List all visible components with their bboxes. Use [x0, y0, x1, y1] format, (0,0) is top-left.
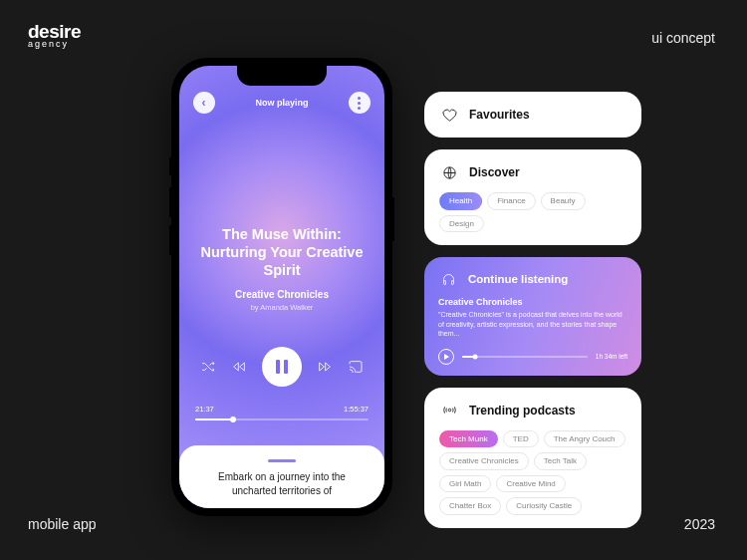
chip[interactable]: The Angry Couch	[544, 430, 625, 448]
continue-remaining: 1h 34m left	[596, 353, 627, 360]
continue-show: Creative Chronicles	[438, 297, 627, 307]
rewind-button[interactable]	[231, 359, 247, 375]
more-button[interactable]	[349, 92, 371, 114]
label-mobile-app: mobile app	[28, 516, 97, 532]
time-total: 1:55:37	[344, 405, 369, 414]
continue-listening-card[interactable]: Continue listening Creative Chronicles "…	[424, 257, 641, 375]
discover-chips: Health Finance Beauty Design	[439, 192, 626, 232]
label-ui-concept: ui concept	[651, 30, 715, 46]
sheet-text: Embark on a journey into the uncharted t…	[197, 470, 367, 498]
chip[interactable]: Curiosity Castle	[506, 497, 582, 515]
phone-screen: ‹ Now playing The Muse Within: Nurturing…	[179, 66, 384, 508]
globe-icon	[439, 162, 459, 182]
headphones-icon	[438, 269, 458, 289]
continue-progress[interactable]	[462, 356, 588, 358]
favourites-card[interactable]: Favourites	[424, 92, 641, 138]
cast-icon	[348, 359, 364, 375]
time-elapsed: 21:37	[195, 405, 214, 414]
rewind-icon	[231, 359, 247, 375]
progress-bar[interactable]: 21:37 1:55:37	[195, 405, 369, 420]
pause-icon	[276, 360, 288, 374]
chevron-left-icon: ‹	[202, 96, 206, 110]
continue-title: Continue listening	[468, 273, 568, 285]
play-icon	[444, 354, 449, 360]
chip[interactable]: Creative Chronicles	[439, 452, 529, 470]
continue-progress-knob[interactable]	[472, 354, 477, 359]
play-button[interactable]	[438, 349, 454, 365]
chip[interactable]: Tech Munk	[439, 430, 498, 448]
track-title: The Muse Within: Nurturing Your Creative…	[197, 225, 367, 279]
chip[interactable]: Tech Talk	[534, 452, 587, 470]
discover-title: Discover	[469, 165, 520, 179]
more-vertical-icon	[358, 97, 361, 110]
side-button	[169, 187, 171, 217]
side-button	[392, 197, 394, 241]
progress-knob[interactable]	[230, 417, 236, 422]
label-year: 2023	[684, 516, 715, 532]
heart-icon	[439, 105, 459, 125]
grab-handle[interactable]	[268, 459, 296, 462]
chip[interactable]: Girl Math	[439, 475, 491, 493]
forward-icon	[317, 359, 333, 375]
trending-card[interactable]: Trending podcasts Tech Munk TED The Angr…	[424, 388, 641, 528]
phone-frame: ‹ Now playing The Muse Within: Nurturing…	[171, 58, 392, 516]
side-button	[169, 225, 171, 255]
continue-description: "Creative Chronicles" is a podcast that …	[438, 310, 627, 338]
continue-player: 1h 34m left	[438, 349, 627, 365]
pause-button[interactable]	[262, 347, 302, 387]
description-sheet[interactable]: Embark on a journey into the uncharted t…	[179, 445, 384, 508]
byline: by Amanda Walker	[197, 303, 367, 312]
chip[interactable]: Creative Mind	[496, 475, 565, 493]
now-playing-label: Now playing	[255, 98, 308, 108]
brand-title: desire	[28, 24, 81, 39]
trending-title: Trending podcasts	[469, 404, 576, 418]
chip[interactable]: Health	[439, 192, 482, 210]
favourites-title: Favourites	[469, 108, 530, 122]
chip[interactable]: Design	[439, 215, 484, 233]
shuffle-icon	[200, 359, 216, 375]
player-controls	[179, 347, 384, 387]
top-bar: ‹ Now playing	[179, 92, 384, 114]
brand-block: desire agency	[28, 24, 81, 49]
chip[interactable]: Beauty	[541, 192, 586, 210]
back-button[interactable]: ‹	[193, 92, 215, 114]
chip[interactable]: TED	[503, 430, 539, 448]
progress-track[interactable]	[195, 419, 369, 420]
chip[interactable]: Chatter Box	[439, 497, 501, 515]
side-button	[169, 157, 171, 175]
track-info: The Muse Within: Nurturing Your Creative…	[179, 225, 384, 312]
chip[interactable]: Finance	[487, 192, 535, 210]
show-name: Creative Chronicles	[197, 289, 367, 300]
svg-point-1	[448, 409, 451, 412]
progress-fill	[195, 419, 233, 420]
discover-card[interactable]: Discover Health Finance Beauty Design	[424, 149, 641, 245]
shuffle-button[interactable]	[200, 359, 216, 375]
cards-column: Favourites Discover Health Finance Beaut…	[424, 92, 641, 528]
broadcast-icon	[439, 401, 459, 420]
notch	[237, 66, 327, 86]
cast-button[interactable]	[348, 359, 364, 375]
forward-button[interactable]	[317, 359, 333, 375]
trending-chips: Tech Munk TED The Angry Couch Creative C…	[439, 430, 626, 515]
